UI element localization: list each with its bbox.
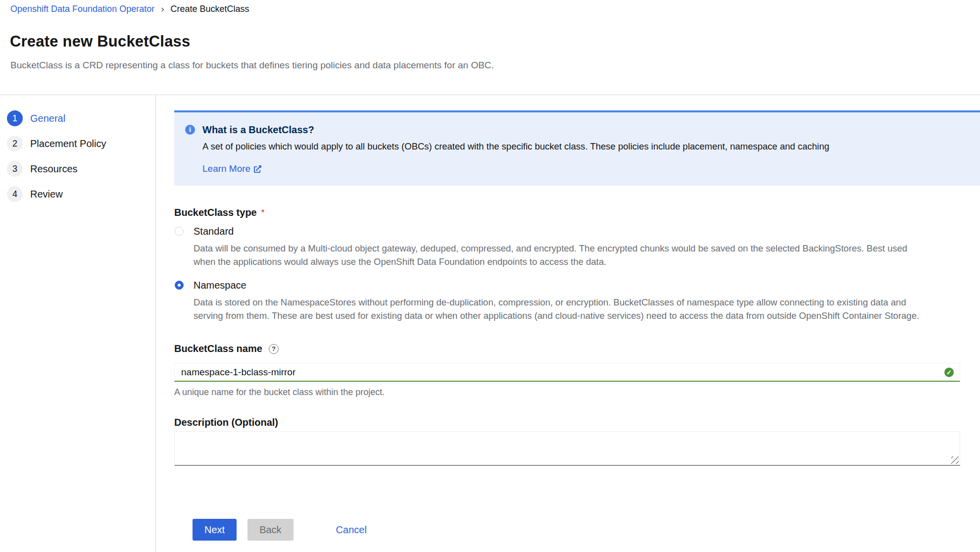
alert-title: What is a BucketClass? [202, 124, 830, 136]
learn-more-link[interactable]: Learn More [202, 163, 261, 174]
info-alert: i What is a BucketClass? A set of polici… [174, 110, 980, 186]
wizard-footer: Next Back Cancel [193, 519, 960, 541]
step-number-badge: 1 [7, 110, 23, 126]
page-title: Create new BucketClass [10, 33, 191, 50]
radio-standard-circle [175, 227, 184, 236]
name-helper-text: A unique name for the bucket class withi… [174, 387, 960, 398]
cancel-button[interactable]: Cancel [336, 524, 367, 536]
step-number-badge: 2 [7, 136, 23, 151]
help-icon[interactable]: ? [269, 344, 279, 354]
breadcrumb-separator-icon: › [161, 4, 164, 14]
radio-standard-label: Standard [194, 226, 234, 237]
step-label: Resources [30, 163, 78, 175]
radio-namespace-description: Data is stored on the NamespaceStores wi… [194, 296, 929, 322]
breadcrumb: Openshift Data Foundation Operator › Cre… [10, 4, 249, 14]
page-subtitle: BucketClass is a CRD representing a clas… [10, 60, 494, 71]
sidebar-step-resources[interactable]: 3 Resources [0, 161, 155, 177]
external-link-icon [254, 165, 261, 173]
bucketclass-type-label: BucketClass type [174, 207, 257, 218]
step-number-badge: 4 [7, 186, 23, 202]
valid-check-icon: ✓ [944, 368, 954, 377]
breadcrumb-current: Create BucketClass [171, 4, 249, 14]
radio-namespace[interactable]: Namespace [174, 279, 960, 291]
description-textarea[interactable] [174, 431, 960, 466]
sidebar-step-general[interactable]: 1 General [0, 110, 155, 126]
step-label: Review [30, 189, 63, 200]
description-label: Description (Optional) [174, 417, 960, 428]
next-button[interactable]: Next [193, 519, 237, 541]
sidebar-step-placement-policy[interactable]: 2 Placement Policy [0, 136, 155, 151]
bucketclass-name-label: BucketClass name [174, 343, 262, 354]
sidebar-step-review[interactable]: 4 Review [0, 186, 155, 202]
radio-standard[interactable]: Standard [174, 225, 960, 237]
required-asterisk: * [261, 207, 265, 218]
bucketclass-name-input[interactable] [174, 363, 960, 382]
breadcrumb-operator-link[interactable]: Openshift Data Foundation Operator [10, 4, 154, 14]
wizard-steps-sidebar: 1 General 2 Placement Policy 3 Resources… [0, 95, 156, 552]
back-button[interactable]: Back [247, 519, 293, 541]
info-icon: i [185, 125, 195, 135]
general-form: BucketClass type * Standard Data will be… [174, 207, 960, 541]
alert-body: A set of policies which would apply to a… [202, 141, 830, 152]
step-number-badge: 3 [7, 161, 23, 177]
resize-handle[interactable] [951, 456, 959, 464]
radio-namespace-label: Namespace [194, 280, 246, 291]
radio-standard-description: Data will be consumed by a Multi-cloud o… [194, 242, 929, 268]
wizard-main-panel: i What is a BucketClass? A set of polici… [156, 95, 980, 552]
radio-namespace-circle [175, 281, 184, 290]
step-label: Placement Policy [30, 138, 106, 150]
step-label: General [30, 113, 65, 124]
